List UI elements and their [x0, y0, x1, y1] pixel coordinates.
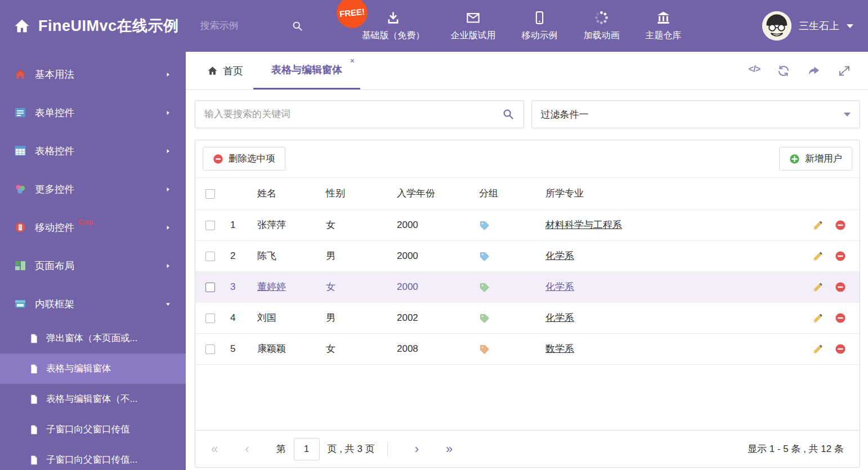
sidebar-subitem-label: 子窗口向父窗口传值...	[46, 454, 137, 466]
row-number: 3	[228, 271, 255, 302]
delete-icon[interactable]	[835, 312, 846, 324]
layout-icon	[15, 260, 26, 271]
row-checkbox[interactable]	[205, 344, 215, 354]
file-icon	[29, 364, 39, 374]
student-gender: 女	[324, 333, 395, 364]
tab-close-icon[interactable]: ×	[350, 56, 355, 65]
major-link[interactable]: 化学系	[545, 250, 574, 261]
grid-toolbar: 删除选中项 新增用户	[195, 140, 860, 178]
sidebar-subitem-4[interactable]: 子窗口向父窗口传值	[0, 414, 186, 445]
delete-icon[interactable]	[835, 281, 846, 293]
edit-icon[interactable]	[812, 281, 824, 293]
student-name: 陈飞	[257, 250, 276, 261]
edit-icon[interactable]	[812, 312, 824, 324]
sidebar-item-label: 页面布局	[35, 259, 74, 272]
sidebar-subitem-5[interactable]: 子窗口向父窗口传值...	[0, 445, 186, 470]
page-prefix: 第	[276, 442, 286, 455]
col-header-major[interactable]: 所学专业	[543, 178, 791, 209]
last-page-button[interactable]: »	[446, 443, 453, 455]
filter-dropdown-value: 过滤条件一	[541, 108, 589, 121]
header-nav-item-4[interactable]: 加载动画	[571, 10, 633, 42]
next-page-button[interactable]: ›	[415, 443, 419, 455]
sidebar-item-2[interactable]: 表单控件	[0, 93, 186, 132]
main-area: 首页 表格与编辑窗体 × </>	[186, 52, 868, 470]
header-search-input[interactable]	[200, 20, 285, 32]
major-link[interactable]: 数学系	[545, 343, 574, 354]
header-nav-label: 企业版试用	[451, 30, 496, 42]
delete-icon[interactable]	[835, 250, 846, 262]
row-checkbox[interactable]	[205, 252, 215, 261]
first-page-button[interactable]: «	[211, 443, 218, 455]
header-nav-item-5[interactable]: 主题仓库	[633, 10, 695, 42]
filter-dropdown[interactable]: 过滤条件一	[531, 100, 861, 128]
sidebar-item-label: 更多控件	[35, 182, 74, 196]
source-code-icon[interactable]: </>	[749, 64, 760, 78]
tab-grid-edit-window[interactable]: 表格与编辑窗体 ×	[253, 52, 360, 89]
app-root: FineUIMvc在线示例 FREE!基础版（免费）企业版试用移动示例加载动画主…	[0, 0, 868, 470]
search-icon[interactable]	[292, 20, 303, 32]
sidebar-item-label: 内联框架	[35, 297, 74, 311]
user-menu[interactable]: 三生石上	[762, 11, 853, 41]
table-row[interactable]: 1张萍萍女2000材料科学与工程系	[195, 209, 860, 240]
col-header-name[interactable]: 姓名	[255, 178, 324, 209]
enroll-year: 2008	[395, 333, 477, 364]
col-header-gender[interactable]: 性别	[324, 178, 395, 209]
sidebar-item-7[interactable]: 内联框架	[0, 285, 186, 323]
brand[interactable]: FineUIMvc在线示例	[14, 16, 179, 36]
header-nav: FREE!基础版（免费）企业版试用移动示例加载动画主题仓库	[349, 10, 695, 42]
col-header-group[interactable]: 分组	[477, 178, 543, 209]
table-row[interactable]: 3董婷婷女2000化学系	[195, 271, 860, 302]
keyword-search-input[interactable]	[204, 109, 502, 120]
search-icon[interactable]	[502, 108, 514, 120]
major-link[interactable]: 化学系	[545, 281, 574, 292]
refresh-icon[interactable]	[777, 64, 790, 78]
student-name: 张萍萍	[257, 220, 286, 230]
major-link[interactable]: 化学系	[545, 312, 574, 323]
sidebar-item-5[interactable]: 移动控件Corp.	[0, 208, 186, 247]
delete-selected-button[interactable]: 删除选中项	[203, 147, 285, 171]
free-badge: FREE!	[335, 0, 369, 30]
col-header-year[interactable]: 入学年份	[395, 178, 477, 209]
sidebar-item-1[interactable]: 基本用法	[0, 55, 186, 93]
delete-icon[interactable]	[835, 343, 846, 355]
sidebar-subitem-2[interactable]: 表格与编辑窗体	[0, 353, 186, 384]
tab-home[interactable]: 首页	[197, 52, 253, 89]
home-icon	[207, 65, 218, 76]
table-row[interactable]: 5康颖颖女2008数学系	[195, 333, 860, 364]
page-input[interactable]	[294, 438, 320, 460]
expand-icon[interactable]	[838, 64, 851, 78]
sidebar-item-6[interactable]: 页面布局	[0, 247, 186, 285]
tab-bar: 首页 表格与编辑窗体 × </>	[186, 52, 868, 90]
edit-icon[interactable]	[812, 250, 824, 262]
table-row[interactable]: 2陈飞男2000化学系	[195, 240, 860, 271]
frame-icon	[15, 298, 26, 310]
select-all-checkbox[interactable]	[205, 189, 215, 199]
share-icon[interactable]	[807, 64, 821, 78]
student-name: 刘国	[257, 312, 276, 323]
content-area: 过滤条件一 删除选中项 新增用户	[186, 90, 868, 470]
major-link[interactable]: 材料科学与工程系	[545, 220, 622, 230]
header-nav-item-2[interactable]: 企业版试用	[438, 10, 509, 42]
sidebar-subitem-1[interactable]: 弹出窗体（本页面或...	[0, 323, 186, 353]
grid-icon	[15, 145, 26, 156]
filter-row: 过滤条件一	[195, 100, 860, 128]
edit-icon[interactable]	[812, 343, 824, 355]
header-nav-item-1[interactable]: FREE!基础版（免费）	[349, 10, 438, 42]
edit-icon[interactable]	[812, 220, 824, 231]
prev-page-button[interactable]: ‹	[245, 443, 249, 455]
add-user-button[interactable]: 新增用户	[779, 147, 852, 171]
row-checkbox[interactable]	[205, 221, 215, 230]
header-nav-item-3[interactable]: 移动示例	[509, 10, 571, 42]
sidebar-item-4[interactable]: 更多控件	[0, 170, 186, 208]
sidebar-item-3[interactable]: 表格控件	[0, 132, 186, 170]
row-checkbox[interactable]	[205, 314, 215, 323]
enroll-year: 2002	[395, 302, 477, 333]
chevron-down-icon	[844, 113, 851, 117]
sidebar-subitem-3[interactable]: 表格与编辑窗体（不...	[0, 384, 186, 414]
delete-icon[interactable]	[835, 220, 846, 231]
pagination-bar: « ‹ 第 页 , 共 3 页 › » 显示 1 - 5 条 , 共 12 条	[195, 430, 860, 467]
row-checkbox[interactable]	[205, 283, 215, 292]
pager-divider	[387, 442, 388, 456]
sidebar-item-label: 移动控件	[35, 221, 74, 234]
table-row[interactable]: 4刘国男2002化学系	[195, 302, 860, 333]
